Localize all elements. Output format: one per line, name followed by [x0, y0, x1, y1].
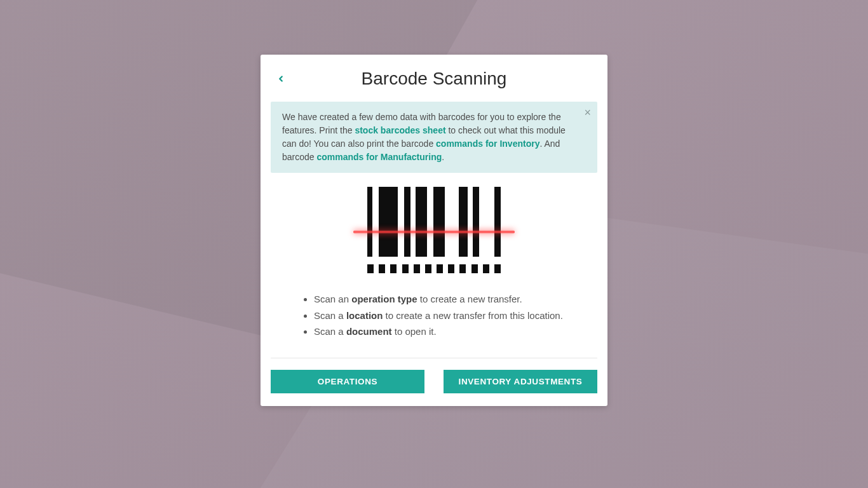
alert-close-button[interactable]: ×	[584, 107, 591, 118]
operations-button[interactable]: Operations	[271, 370, 424, 393]
tip-1-pre: Scan an	[314, 294, 351, 304]
tip-2-post: to create a new transfer from this locat…	[383, 310, 562, 321]
scan-line	[353, 230, 515, 234]
inventory-adjustments-button[interactable]: Inventory Adjustments	[444, 370, 597, 393]
stock-barcodes-sheet-link[interactable]: stock barcodes sheet	[355, 125, 445, 135]
tip-3-strong: document	[346, 326, 392, 337]
tip-1-strong: operation type	[351, 294, 417, 304]
alert-text-4: .	[442, 152, 444, 162]
chevron-left-icon	[276, 74, 285, 83]
tips-list: Scan an operation type to create a new t…	[302, 291, 585, 340]
back-button[interactable]	[273, 71, 288, 86]
page-title: Barcode Scanning	[362, 69, 507, 89]
barcode-illustration	[271, 187, 597, 273]
tip-3-pre: Scan a	[314, 326, 346, 337]
barcode-scanning-card: Barcode Scanning × We have created a few…	[261, 55, 607, 406]
tip-1-post: to create a new transfer.	[417, 294, 522, 304]
divider	[271, 358, 597, 358]
tip-2-strong: location	[346, 310, 383, 321]
action-buttons-row: Operations Inventory Adjustments	[271, 370, 597, 393]
card-header: Barcode Scanning	[271, 69, 597, 89]
barcode-icon	[367, 187, 501, 273]
tip-item-operation-type: Scan an operation type to create a new t…	[314, 291, 585, 308]
tip-item-location: Scan a location to create a new transfer…	[314, 308, 585, 324]
tip-2-pre: Scan a	[314, 310, 346, 321]
tip-3-post: to open it.	[392, 326, 437, 337]
info-alert: × We have created a few demo data with b…	[271, 102, 597, 173]
commands-manufacturing-link[interactable]: commands for Manufacturing	[316, 152, 442, 162]
tip-item-document: Scan a document to open it.	[314, 323, 585, 340]
commands-inventory-link[interactable]: commands for Inventory	[436, 139, 539, 149]
